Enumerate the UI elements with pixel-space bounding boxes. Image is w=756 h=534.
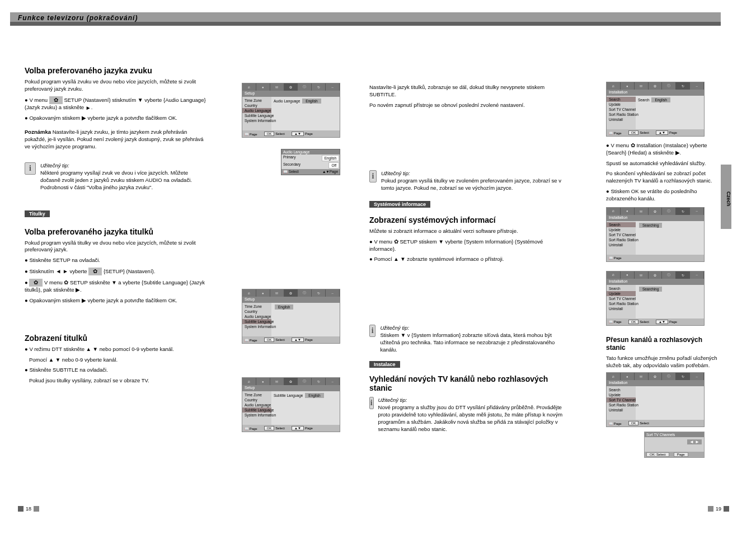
tab: ✿ <box>649 271 663 279</box>
t: V menu ✿ Installation (Instalace) vybert… <box>606 142 707 156</box>
n: 19 <box>716 506 721 512</box>
page-title: Funkce televizoru (pokračování) <box>18 14 138 22</box>
tab: ⎚ <box>242 378 256 385</box>
install-step2: ● Stiskem OK se vrátíte do posledního zo… <box>606 188 718 203</box>
i: Audio Language <box>242 314 271 319</box>
f: Page <box>250 339 257 342</box>
i: Uninstall <box>607 306 636 311</box>
menu-install-3: ⎚●✉✿ⓘ↻– Installation Search Update Sort … <box>606 271 705 326</box>
f: Page <box>614 320 622 324</box>
i: Sort TV Channel <box>607 296 636 301</box>
menu-install-sort: ⎚●✉✿ⓘ↻– Installation Search Update Sort … <box>606 372 705 427</box>
i: Sort TV Channel <box>607 397 636 402</box>
blackbar-label: Titulky <box>25 210 50 217</box>
tab: ✉ <box>635 271 649 279</box>
i: Update <box>607 291 636 296</box>
submenu-footer: 📖 Select▲▼Page <box>281 169 340 175</box>
n: 18 <box>26 506 31 512</box>
tab: ⓘ <box>298 378 312 385</box>
mtb: ⎚●✉✿ⓘ↻– <box>607 82 704 90</box>
tab: ⎚ <box>607 271 621 279</box>
tab-active: ✿ <box>284 83 298 91</box>
gear-icon: ✿ <box>88 268 102 275</box>
tab: ● <box>621 373 635 380</box>
info-icon <box>25 162 36 175</box>
tab: ● <box>256 83 270 91</box>
gear-icon: ✿ <box>29 279 43 287</box>
install-step1: ● V menu ✿ Installation (Instalace) vybe… <box>606 142 718 157</box>
arrows-icon: ◄ ► <box>687 439 702 444</box>
menu-sidebar: Time Zone Country Audio Language Subtitl… <box>242 97 271 130</box>
f: 📖 Page OKSelect <box>607 420 704 427</box>
menu-footer: 📖 Page OKSelect ▲▼Page <box>242 336 340 343</box>
t: vyberte <box>69 268 88 274</box>
f: Page <box>305 427 313 430</box>
tab: ⎚ <box>242 83 256 91</box>
tip-body: Užitečný tip: Některé programy vysílají … <box>40 162 209 191</box>
content-value: English <box>302 99 321 104</box>
t: {SETUP} (Nastavení). <box>104 268 155 274</box>
i: Sort TV Channel <box>607 107 636 112</box>
p: Tato funkce umožňuje změnu pořadí uložen… <box>606 355 718 369</box>
sq-icon <box>708 506 713 512</box>
i: Audio Language <box>242 402 271 407</box>
tab: ● <box>621 208 635 215</box>
l: Secondary <box>281 162 328 169</box>
section-audio-lang-title: Volba preferovaného jazyka zvuku <box>25 66 209 75</box>
tab: ⓘ <box>662 271 676 279</box>
f: Select <box>275 427 285 430</box>
sb: Search Update Sort TV Channel Sort Radio… <box>607 221 636 255</box>
tab: – <box>690 208 704 215</box>
tab: ✉ <box>635 208 649 215</box>
menu-setup-subtitle-2: ⎚●✉✿ⓘ↻– Setup Time Zone Country Audio La… <box>242 377 340 432</box>
i: System Information <box>242 413 271 418</box>
ss-step2: ● Stiskněte SUBTITLE na ovladači. <box>25 367 209 374</box>
f: Page <box>330 170 338 174</box>
submenu-row: PrimaryEnglish <box>281 154 340 162</box>
b: Search Update Sort TV Channel Sort Radio… <box>607 221 704 255</box>
menu-install-search: ⎚●✉✿ⓘ↻– Installation Search Update Sort … <box>606 82 705 137</box>
sq-icon <box>724 506 729 512</box>
i: Sort Radio Station <box>607 402 636 407</box>
i: Search <box>607 97 636 102</box>
h: Installation <box>607 90 704 96</box>
i: Search <box>607 286 636 291</box>
sidebar-item: Time Zone <box>242 98 271 103</box>
f: Page <box>250 133 257 136</box>
i-sel: Subtitle Language <box>242 407 271 413</box>
submenu-row: SecondaryOff <box>281 162 340 169</box>
v: English <box>275 305 293 310</box>
tab: ✉ <box>270 378 284 385</box>
gear-icon: ✿ <box>49 96 63 104</box>
menu-body: Time Zone Country Audio Language Subtitl… <box>242 97 340 130</box>
f: Page <box>305 338 313 341</box>
i: Sort TV Channel <box>607 232 636 237</box>
menu-setup-subtitle-1: ⎚●✉✿ⓘ↻– Setup Time Zone Country Audio La… <box>242 289 340 344</box>
tab: – <box>326 289 340 297</box>
column-1: Volba preferovaného jazyka zvuku Pokud p… <box>25 66 209 388</box>
v: Searching <box>639 223 662 228</box>
sysinfo-title: Zobrazení systémových informací <box>369 216 571 224</box>
btn: Page <box>674 452 688 457</box>
tab: ✿ <box>649 373 663 380</box>
f: Select <box>640 131 649 134</box>
mtb: ⎚●✉✿ⓘ↻– <box>607 208 704 215</box>
b: Search Update Sort TV Channel Sort Radio… <box>607 386 704 420</box>
menu-header: Setup <box>242 91 340 97</box>
sidebar-item-selected: Audio Language <box>242 108 271 113</box>
txt: Některé programy vysílají zvuk ve dvou i… <box>40 170 192 190</box>
tab: ↻ <box>312 378 326 385</box>
f: Select <box>275 338 285 341</box>
sysinfo-step1: ● V menu ✿ SETUP stiskem ▼ vyberte {Syst… <box>369 238 571 253</box>
header-bg-dark <box>10 22 721 26</box>
tip-row: Užitečný tip:Pokud program vysílá titulk… <box>369 170 571 191</box>
i: Country <box>242 309 271 314</box>
mtb: ⎚●✉✿ⓘ↻– <box>607 373 704 380</box>
sq-icon <box>18 506 24 512</box>
tab: ● <box>621 271 635 279</box>
menu-tabbar: ⎚●✉✿ⓘ↻– <box>242 378 340 385</box>
i: Update <box>607 227 636 232</box>
tab: ✉ <box>270 83 284 91</box>
tab: ✿ <box>649 208 663 215</box>
t: Pomocí ▲ ▼ nebo 0-9 vyberte kanál. <box>29 357 118 363</box>
